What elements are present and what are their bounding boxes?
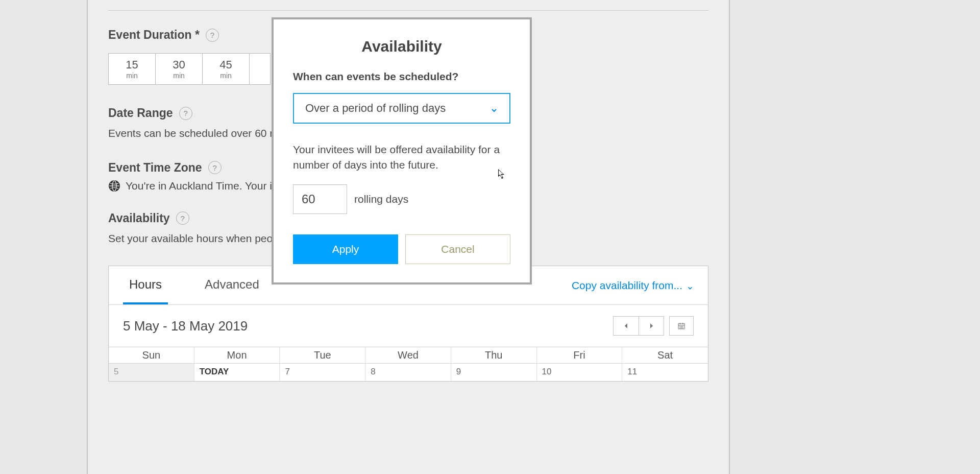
- date-cell[interactable]: 8: [365, 364, 451, 381]
- cancel-button[interactable]: Cancel: [405, 234, 510, 264]
- date-cell[interactable]: 10: [537, 364, 623, 381]
- modal-description: Your invitees will be offered availabili…: [293, 142, 510, 173]
- svg-point-11: [682, 326, 683, 327]
- day-head-sun: Sun: [109, 347, 194, 363]
- duration-unit: min: [220, 72, 232, 80]
- help-icon[interactable]: ?: [179, 107, 192, 120]
- modal-question: When can events be scheduled?: [293, 70, 510, 83]
- modal-buttons: Apply Cancel: [293, 234, 510, 264]
- next-week-button[interactable]: [639, 316, 664, 336]
- day-head-tue: Tue: [280, 347, 365, 363]
- modal-title: Availability: [293, 38, 510, 55]
- date-cell-today[interactable]: TODAY: [194, 364, 280, 381]
- tab-hours[interactable]: Hours: [123, 266, 168, 304]
- divider: [108, 10, 708, 11]
- duration-option-45[interactable]: 45 min: [203, 54, 250, 84]
- tab-advanced[interactable]: Advanced: [199, 266, 265, 304]
- date-cell[interactable]: 5: [109, 364, 194, 381]
- select-value: Over a period of rolling days: [305, 102, 446, 115]
- day-head-mon: Mon: [194, 347, 280, 363]
- rolling-days-label: rolling days: [354, 193, 408, 205]
- help-icon[interactable]: ?: [208, 161, 222, 174]
- date-cell[interactable]: 11: [622, 364, 708, 381]
- duration-unit: min: [126, 72, 138, 80]
- svg-point-9: [680, 326, 680, 327]
- apply-button[interactable]: Apply: [293, 234, 398, 264]
- duration-value: 15: [126, 58, 138, 72]
- globe-icon: [108, 180, 120, 192]
- date-cell[interactable]: 7: [280, 364, 365, 381]
- svg-marker-4: [650, 323, 653, 328]
- copy-availability-text: Copy availability from...: [572, 279, 682, 292]
- duration-options: 15 min 30 min 45 min: [108, 53, 271, 85]
- duration-option-30[interactable]: 30 min: [156, 54, 203, 84]
- day-head-fri: Fri: [537, 347, 623, 363]
- settings-panel: Event Duration * ? 15 min 30 min 45 min …: [87, 0, 730, 474]
- svg-point-10: [681, 326, 682, 327]
- help-icon[interactable]: ?: [206, 29, 219, 42]
- copy-availability-link[interactable]: Copy availability from...: [572, 279, 694, 292]
- day-head-sat: Sat: [622, 347, 708, 363]
- schedule-mode-select[interactable]: Over a period of rolling days: [293, 93, 510, 124]
- calendar-day-headers: Sun Mon Tue Wed Thu Fri Sat: [109, 347, 708, 364]
- chevron-down-icon: [687, 282, 694, 289]
- svg-point-12: [680, 328, 680, 328]
- availability-modal: Availability When can events be schedule…: [272, 17, 532, 285]
- calendar-date-row: 5 TODAY 7 8 9 10 11: [109, 364, 708, 381]
- duration-value: 30: [173, 58, 185, 72]
- duration-unit: min: [173, 72, 185, 80]
- day-head-wed: Wed: [365, 347, 451, 363]
- help-icon[interactable]: ?: [176, 211, 189, 225]
- calendar-nav: [613, 316, 694, 336]
- rolling-days-input[interactable]: [293, 184, 347, 214]
- prev-week-button[interactable]: [613, 316, 639, 336]
- duration-option-more[interactable]: [250, 54, 270, 84]
- timezone-text: You're in Auckland Time. Your invite: [126, 180, 295, 192]
- svg-point-14: [682, 328, 683, 328]
- open-calendar-button[interactable]: [669, 316, 694, 336]
- chevron-down-icon: [490, 104, 498, 112]
- day-head-thu: Thu: [451, 347, 537, 363]
- svg-marker-3: [624, 323, 627, 328]
- date-cell[interactable]: 9: [451, 364, 537, 381]
- duration-value: 45: [219, 58, 232, 72]
- duration-option-15[interactable]: 15 min: [109, 54, 156, 84]
- rolling-days-row: rolling days: [293, 184, 510, 214]
- calendar-range-text: 5 May - 18 May 2019: [123, 318, 248, 334]
- svg-point-13: [681, 328, 682, 328]
- required-indicator: *: [195, 28, 200, 41]
- calendar-range-row: 5 May - 18 May 2019: [109, 305, 708, 347]
